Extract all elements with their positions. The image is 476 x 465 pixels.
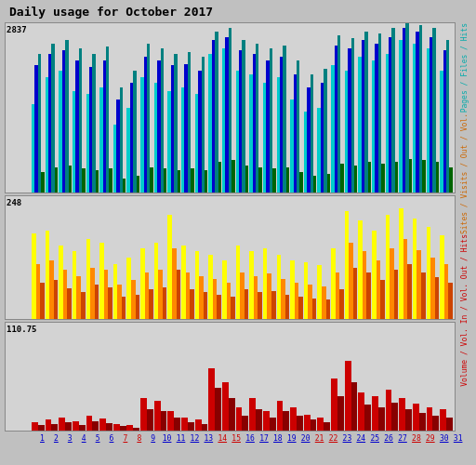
mid-bar (353, 268, 358, 320)
bot-bar (208, 368, 215, 431)
bot-bar (51, 424, 58, 431)
bot-bar (249, 398, 256, 431)
bot-bar-group (345, 323, 358, 431)
x-axis-label[interactable]: 26 (382, 434, 396, 443)
bot-bar (427, 407, 433, 431)
mid-bar-group (317, 196, 330, 319)
x-axis-label[interactable]: 16 (244, 434, 258, 443)
bot-bar (304, 415, 311, 431)
mid-bar (40, 283, 45, 320)
bot-bar-group (236, 323, 249, 431)
top-bar-group (73, 23, 86, 193)
bot-bar (86, 416, 93, 431)
bot-bar (167, 411, 174, 431)
x-axis-label[interactable]: 11 (174, 434, 188, 443)
mid-bar (81, 292, 86, 319)
x-axis-label[interactable]: 31 (451, 434, 465, 443)
x-axis-label[interactable]: 4 (77, 434, 91, 443)
mid-bar (326, 299, 331, 319)
x-axis-label[interactable]: 27 (396, 434, 410, 443)
bot-bar (92, 421, 99, 431)
x-axis-label[interactable]: 14 (216, 434, 230, 443)
x-axis-label[interactable]: 9 (146, 434, 160, 443)
x-axis-label[interactable]: 12 (188, 434, 202, 443)
x-axis-label[interactable]: 7 (118, 434, 132, 443)
mid-bar-group (32, 196, 45, 319)
x-axis-label[interactable]: 6 (105, 434, 119, 443)
top-bar-group (195, 23, 208, 193)
bot-bar-group (154, 323, 167, 431)
x-axis-label[interactable]: 18 (271, 434, 284, 443)
top-bar (137, 176, 139, 193)
top-bar (218, 162, 221, 193)
bot-bar-group (427, 323, 440, 431)
bot-bar (120, 426, 126, 431)
top-bar-group (249, 23, 262, 193)
x-axis-label[interactable]: 29 (423, 434, 437, 443)
bot-bar (215, 388, 221, 431)
bot-bar (256, 409, 262, 431)
mid-bar-group (86, 196, 99, 319)
top-bar (340, 164, 343, 193)
mid-bar (407, 264, 412, 320)
x-axis-label[interactable]: 28 (409, 434, 423, 443)
bot-bar (351, 382, 358, 431)
mid-bar-group (277, 196, 290, 319)
x-axis-label[interactable]: 23 (340, 434, 354, 443)
bot-bar (391, 403, 398, 431)
bot-bar (283, 411, 289, 431)
bot-bar (432, 416, 439, 431)
bot-bar (378, 407, 385, 431)
top-bar (82, 168, 85, 192)
x-axis-label[interactable]: 1 (35, 434, 49, 443)
mid-bar-group (249, 196, 262, 319)
x-axis-label[interactable]: 30 (437, 434, 451, 443)
mid-bar-group (154, 196, 167, 319)
x-axis-label[interactable]: 8 (132, 434, 146, 443)
x-axis-label[interactable]: 10 (160, 434, 174, 443)
x-axis-label[interactable]: 5 (91, 434, 105, 443)
top-bar-group (263, 23, 276, 193)
x-axis-label[interactable]: 22 (326, 434, 340, 443)
x-axis-label[interactable]: 24 (354, 434, 368, 443)
mid-bar (95, 285, 99, 319)
x-axis-label[interactable]: 21 (312, 434, 326, 443)
bot-bar-group (358, 323, 371, 431)
mid-bar-group (73, 196, 86, 319)
x-axis-label[interactable]: 19 (284, 434, 298, 443)
x-axis-label[interactable]: 17 (258, 434, 271, 443)
top-bar (178, 170, 180, 193)
right-label-mid-text: Sites / Visits / Out / Vol. (460, 113, 469, 234)
mid-bar (312, 299, 317, 319)
mid-bar-group (358, 196, 371, 319)
x-axis-label[interactable]: 3 (63, 434, 77, 443)
bot-bar-group (195, 323, 208, 431)
top-bar-group (372, 23, 385, 193)
x-axis-label[interactable]: 15 (230, 434, 244, 443)
top-bar-group (113, 23, 126, 193)
top-bar (123, 179, 126, 193)
top-bar-group (32, 23, 45, 193)
top-bar-group (46, 23, 59, 193)
x-axis-label[interactable]: 13 (202, 434, 216, 443)
mid-bar-group (427, 196, 440, 319)
top-bar-group (99, 23, 112, 193)
bot-bar-group (399, 323, 412, 431)
x-axis-label[interactable]: 2 (49, 434, 63, 443)
mid-bar-group (99, 196, 112, 319)
right-labels: Pages / Files / Hits Sites / Visits / Ou… (456, 22, 471, 387)
x-axis-label[interactable]: 25 (368, 434, 382, 443)
bot-bar-group (126, 323, 139, 431)
top-bar (436, 162, 439, 193)
bot-bar (372, 396, 378, 431)
bot-bar (154, 401, 161, 431)
top-bar (286, 167, 289, 193)
bot-bar (358, 392, 364, 431)
mid-bar-group (167, 196, 180, 319)
bot-bar-group (99, 323, 112, 431)
bot-bar (242, 416, 248, 431)
mid-bar-group (386, 196, 399, 319)
top-bar-group (399, 23, 412, 193)
top-bar (449, 167, 452, 193)
x-axis-label[interactable]: 20 (298, 434, 312, 443)
